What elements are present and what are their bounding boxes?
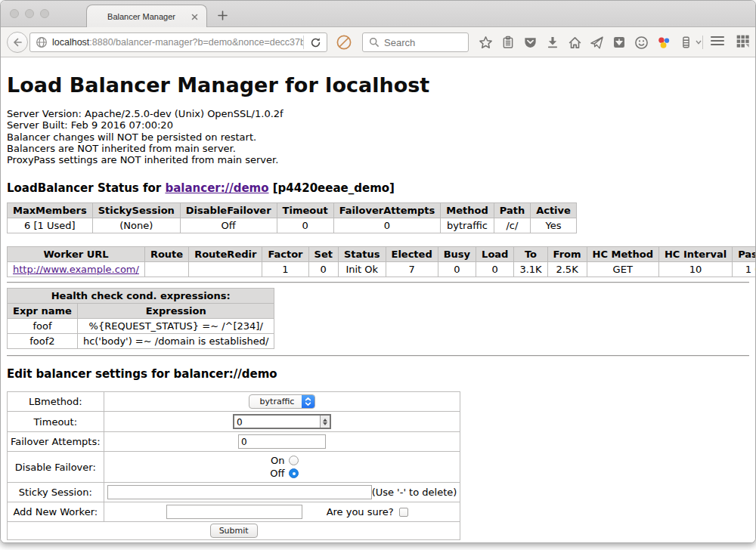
add-worker-label: Add New Worker: (8, 502, 104, 522)
back-arrow-icon (11, 36, 23, 48)
server-info: Server Version: Apache/2.5.0-dev (Unix) … (7, 108, 749, 165)
cell-stickysession: (None) (92, 218, 180, 233)
divider (7, 282, 749, 283)
submit-row: Submit (8, 522, 460, 540)
window-close-button[interactable] (10, 9, 19, 18)
send-icon[interactable] (589, 34, 606, 51)
on-radio[interactable] (289, 456, 299, 465)
col-expr-name: Expr name (8, 304, 78, 319)
col-load: Load (476, 247, 514, 262)
page-content: Load Balancer Manager for localhost Serv… (1, 58, 755, 543)
add-worker-input[interactable] (166, 505, 302, 519)
cell-hc-interval: 10 (658, 262, 732, 277)
col-active: Active (531, 203, 577, 218)
cell-expr-name: foof (8, 319, 78, 334)
cell-maxmembers: 6 [1 Used] (8, 218, 93, 233)
col-to: To (514, 247, 547, 262)
search-input[interactable] (384, 37, 468, 48)
failover-attempts-row: Failover Attempts: (8, 432, 460, 452)
balancer-demo-link[interactable]: balancer://demo (165, 181, 268, 195)
url-host: localhost (52, 37, 89, 48)
number-spinner-icon[interactable] (320, 416, 330, 428)
col-set: Set (308, 247, 338, 262)
globe-icon (36, 36, 48, 48)
tracking-blocked-icon[interactable] (336, 34, 352, 51)
col-route: Route (144, 247, 188, 262)
sticky-session-row: Sticky Session: (Use '-' to delete) (8, 483, 460, 502)
window-controls[interactable] (10, 9, 49, 18)
failover-on-option[interactable]: On (107, 454, 457, 467)
colored-dots-icon[interactable] (655, 34, 672, 51)
off-radio[interactable] (289, 468, 299, 478)
url-text[interactable]: localhost:8880/balancer-manager?b=demo&n… (52, 37, 303, 48)
status-heading-suffix: [p4420eeae_demo] (269, 181, 395, 195)
failover-attempts-input[interactable] (238, 434, 326, 449)
timeout-input[interactable]: 0 (233, 414, 331, 429)
cell-expression: %{REQUEST_STATUS} =~ /^[234]/ (77, 319, 274, 334)
url-bar[interactable]: localhost:8880/balancer-manager?b=demo&n… (29, 32, 327, 52)
sticky-session-hint: (Use '-' to delete) (372, 487, 457, 498)
col-expression: Expression (77, 304, 274, 319)
cell-active: Yes (531, 218, 577, 233)
col-factor: Factor (262, 247, 308, 262)
status-heading: LoadBalancer Status for balancer://demo … (7, 181, 749, 195)
new-tab-icon[interactable] (215, 7, 230, 23)
window-minimize-button[interactable] (25, 9, 34, 18)
col-path: Path (494, 203, 530, 218)
tiles-grid-icon[interactable] (736, 34, 751, 49)
menu-icon[interactable] (710, 34, 725, 48)
divider (7, 355, 749, 357)
are-you-sure-checkbox[interactable] (399, 508, 408, 517)
cell-route (144, 262, 188, 277)
add-worker-row: Add New Worker: Are you sure? (8, 502, 460, 522)
chat-smiley-icon[interactable] (634, 34, 650, 51)
sticky-session-input[interactable] (107, 485, 372, 499)
col-hc-interval: HC Interval (658, 247, 732, 262)
cell-disablefailover: Off (180, 218, 277, 233)
cell-set: 0 (308, 262, 338, 277)
health-header-row: Expr name Expression (8, 304, 274, 319)
tab-balancer-manager[interactable]: Balancer Manager (86, 5, 207, 27)
col-routeredir: RouteRedir (189, 247, 262, 262)
save-page-icon[interactable] (611, 34, 627, 51)
window-zoom-button[interactable] (40, 9, 49, 18)
cell-to: 3.1K (514, 262, 547, 277)
edit-settings-heading: Edit balancer settings for balancer://de… (7, 367, 749, 381)
balancer-header-row: MaxMembers StickySession DisableFailover… (8, 203, 577, 218)
server-version-line: Server Version: Apache/2.5.0-dev (Unix) … (7, 108, 749, 119)
col-failoverattempts: FailoverAttempts (333, 203, 441, 218)
submit-button[interactable]: Submit (210, 524, 258, 538)
close-tab-icon[interactable] (190, 12, 199, 21)
lbmethod-selected-value: bytraffic (249, 397, 302, 406)
reading-list-icon[interactable] (500, 34, 516, 51)
bookmark-star-icon[interactable] (477, 34, 494, 51)
search-bar[interactable] (362, 32, 469, 52)
health-title-row: Health check cond. expressions: (8, 289, 274, 304)
failover-off-option[interactable]: Off (107, 467, 457, 480)
worker-url-link[interactable]: http://www.example.com/ (13, 264, 139, 275)
cell-routeredir (189, 262, 262, 277)
containers-icon[interactable] (678, 34, 704, 51)
health-row-foof2: foof2 hc('body') =~ /domain is establish… (8, 334, 274, 349)
cell-from: 2.5K (547, 262, 587, 277)
status-heading-prefix: LoadBalancer Status for (7, 181, 165, 195)
pocket-icon[interactable] (522, 34, 538, 51)
col-timeout: Timeout (277, 203, 333, 218)
cell-elected: 7 (386, 262, 438, 277)
lbmethod-select[interactable]: bytraffic (249, 394, 316, 409)
downloads-icon[interactable] (544, 34, 561, 51)
tab-title: Balancer Manager (107, 12, 175, 21)
cell-expr-name: foof2 (8, 334, 78, 349)
off-label: Off (265, 468, 284, 479)
home-icon[interactable] (566, 34, 583, 51)
url-path: :8880/balancer-manager?b=demo&nonce=decc… (89, 37, 303, 48)
edit-balancer-form: LBmethod: bytraffic Timeout: 0 (7, 391, 460, 540)
select-arrows-icon (302, 394, 314, 409)
back-button[interactable] (7, 32, 28, 53)
balancer-data-row: 6 [1 Used] (None) Off 0 0 bytraffic /c/ … (8, 218, 577, 233)
reload-icon[interactable] (304, 37, 327, 48)
timeout-value: 0 (234, 416, 320, 428)
page-title: Load Balancer Manager for localhost (7, 73, 749, 97)
lbmethod-row: LBmethod: bytraffic (8, 392, 460, 412)
health-row-foof: foof %{REQUEST_STATUS} =~ /^[234]/ (8, 319, 274, 334)
